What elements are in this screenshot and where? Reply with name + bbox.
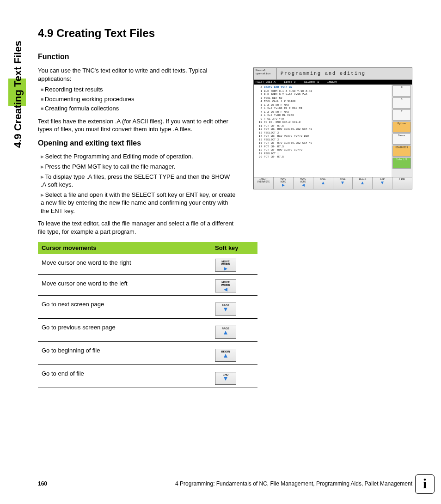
table-row: Go to previous screen pagePAGE <box>38 318 257 341</box>
code-line: 17FCT DR- R7.5 <box>256 145 390 149</box>
code-line: 11FCT DR- R7.5 <box>256 124 390 128</box>
code-line: 6L X+0 Y+100 R0 F MAX M3 <box>256 107 390 110</box>
cursor-movements-table: Cursor movements Soft key Move cursor on… <box>38 242 257 388</box>
side-widget-s[interactable]: S <box>392 97 411 109</box>
arrow-left-icon <box>302 184 305 187</box>
movement-desc: Move cursor one word to the left <box>38 274 211 295</box>
arrow-down-icon <box>381 182 384 184</box>
side-tab-label: 4.9 Creating Text Files <box>11 41 25 148</box>
screenshot-title: Programming and editing <box>277 68 412 79</box>
code-line: 3TOOL DEF 50 <box>256 97 390 100</box>
code-line: 14FCT DR+ R10 PDX+0 PDY+0 D20 <box>256 134 390 138</box>
side-widget-info-1-3[interactable]: Info 1/3 <box>392 158 411 169</box>
code-line: 7L Z-20 R0 F MAX <box>256 110 390 114</box>
softkey-page[interactable]: PAGE <box>215 326 236 339</box>
table-row: Go to next screen pagePAGE <box>38 295 257 318</box>
table-head-softkey: Soft key <box>211 242 257 254</box>
code-line: 4TOOL CALL 1 Z S1400 <box>256 100 390 103</box>
softkey-end[interactable]: END <box>373 177 392 189</box>
code-line: 5L Z-20 R0 F MAX <box>256 103 390 107</box>
softkey-cell: PAGE <box>211 318 257 341</box>
chapter-title: 4 Programming: Fundamentals of NC, File … <box>175 480 412 487</box>
softkey-cell: END <box>211 364 257 388</box>
list-item: Select a file and open it with the SELEC… <box>41 191 237 215</box>
table-head-movements: Cursor movements <box>38 242 211 254</box>
arrow-down-icon <box>224 377 227 381</box>
side-widget-diagnosis[interactable]: DIAGNOSIS <box>392 146 411 157</box>
tnc-screenshot: Manual operation Programming and editing… <box>253 67 412 189</box>
arrow-right-icon <box>282 184 285 187</box>
function-note: Text files have the extension .A (for AS… <box>38 117 237 134</box>
movement-desc: Go to beginning of file <box>38 341 211 364</box>
code-line: 18FCT DR- R90 CCX+0 CCY+0 <box>256 148 390 152</box>
softkey-begin[interactable]: BEGIN <box>215 349 236 362</box>
heading-opening: Opening and exiting text files <box>38 138 237 148</box>
list-item: Creating formula collections <box>41 104 237 113</box>
arrow-right-icon <box>224 267 227 271</box>
table-row: Go to end of fileEND <box>38 364 257 388</box>
list-item: To display type .A files, press the SELE… <box>41 173 237 189</box>
screenshot-body: 0BEGIN PGM 3516 MM1BLK FORM 0.1 Z X-90 Y… <box>254 85 412 177</box>
status-line: Line: 0 <box>284 80 295 84</box>
code-line: 20FCT DR- R7.5 <box>256 155 390 159</box>
softkey-cell: MOVE WORD <box>211 274 257 295</box>
movement-desc: Go to end of file <box>38 364 211 388</box>
code-line: 16FCT DR- R70 CCX+69.282 CCY-40 <box>256 141 390 145</box>
softkey-move-word[interactable]: MOVE WORD <box>294 177 313 189</box>
table-row: Move cursor one word to the leftMOVE WOR… <box>38 274 257 295</box>
code-line: 10FC DR- R90 CCX+0 CCY+0 <box>256 121 390 124</box>
screenshot-softkey-row: INSERT OVERWRITEMOVE WORDMOVE WORDPAGEPA… <box>254 177 412 189</box>
code-line: 0BEGIN PGM 3516 MM <box>256 86 390 90</box>
page-title: 4.9 Creating Text Files <box>38 26 412 41</box>
code-line: 15FSELECT 2 <box>256 138 390 142</box>
softkey-find[interactable]: FIND <box>392 177 412 189</box>
function-intro: You can use the TNC's text editor to wri… <box>38 67 237 83</box>
status-mode: INSERT <box>327 80 337 84</box>
softkey-begin[interactable]: BEGIN <box>353 177 373 189</box>
arrow-left-icon <box>224 288 227 291</box>
page-number: 160 <box>38 480 47 487</box>
side-widget-demos[interactable]: Demos <box>392 134 411 145</box>
status-file: File: 3516.A <box>256 80 276 84</box>
arrow-up-icon <box>322 182 325 184</box>
code-line: 9FPOL X+0 Y+0 <box>256 117 390 121</box>
screenshot-header: Manual operation Programming and editing <box>254 68 412 80</box>
softkey-page[interactable]: PAGE <box>215 303 236 316</box>
opening-after: To leave the text editor, call the file … <box>38 219 237 236</box>
side-widget-python[interactable]: Python <box>392 121 411 133</box>
screenshot-mode: Manual operation <box>254 68 277 79</box>
softkey-move-word[interactable]: MOVE WORD <box>274 177 294 189</box>
status-column: Column: 1 <box>304 80 318 84</box>
arrow-up-icon <box>361 182 364 184</box>
softkey-cell: BEGIN <box>211 341 257 364</box>
screenshot-code: 0BEGIN PGM 3516 MM1BLK FORM 0.1 Z X-90 Y… <box>254 85 392 177</box>
list-item: Press the PGM MGT key to call the file m… <box>41 163 237 171</box>
movement-desc: Move cursor one word to the right <box>38 254 211 275</box>
table-row: Go to beginning of fileBEGIN <box>38 341 257 364</box>
code-line: 8L X+0 Y+80 RL F250 <box>256 114 390 117</box>
arrow-down-icon <box>224 308 227 311</box>
side-widget-t[interactable]: T <box>392 109 411 121</box>
opening-steps: Select the Programming and Editing mode … <box>38 152 237 215</box>
list-item: Recording test results <box>41 85 237 94</box>
code-line: 2BLK FORM 0.2 X+90 Y+90 Z+0 <box>256 93 390 97</box>
table-row: Move cursor one word to the rightMOVE WO… <box>38 254 257 275</box>
softkey-move-word[interactable]: MOVE WORD <box>215 259 236 272</box>
arrow-down-icon <box>341 182 344 184</box>
list-item: Select the Programming and Editing mode … <box>41 152 237 161</box>
softkey-insert-overwrite[interactable]: INSERT OVERWRITE <box>254 177 274 189</box>
code-line: 12FCT DR+ R90 CCX+69.282 CCY-40 <box>256 128 390 131</box>
code-line: 19FSELECT 1 <box>256 152 390 156</box>
softkey-end[interactable]: END <box>215 372 236 385</box>
side-widget-m[interactable]: M <box>392 85 411 97</box>
softkey-cell: PAGE <box>211 295 257 318</box>
softkey-move-word[interactable]: MOVE WORD <box>215 279 236 292</box>
left-column: Function You can use the TNC's text edit… <box>38 52 237 388</box>
page-footer: 160 4 Programming: Fundamentals of NC, F… <box>38 480 412 487</box>
heading-function: Function <box>38 52 237 62</box>
arrow-up-icon <box>224 331 227 334</box>
softkey-page[interactable]: PAGE <box>313 177 333 189</box>
info-icon: i <box>415 474 435 494</box>
page-content: 4.9 Creating Text Files Function You can… <box>38 26 412 388</box>
softkey-page[interactable]: PAGE <box>333 177 353 189</box>
